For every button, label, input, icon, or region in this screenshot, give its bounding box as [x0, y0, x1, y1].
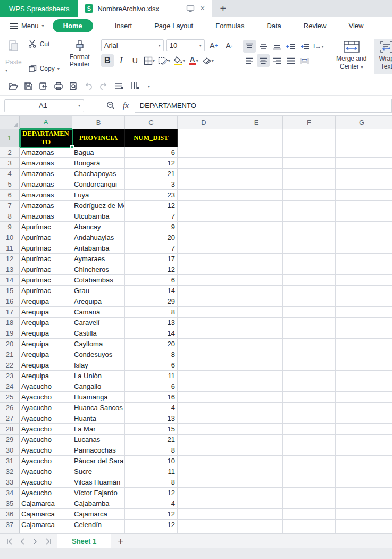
- cell-empty[interactable]: [230, 129, 283, 147]
- cell-empty[interactable]: [336, 179, 388, 190]
- cell-empty[interactable]: [178, 275, 230, 286]
- cell-empty[interactable]: [336, 158, 388, 169]
- cell-num-dist[interactable]: 21: [125, 169, 178, 179]
- cell-empty[interactable]: [283, 129, 336, 147]
- cell-num-dist[interactable]: 16: [125, 392, 178, 403]
- cell-empty[interactable]: [230, 520, 283, 530]
- cell-departamento[interactable]: Cajamarca: [20, 498, 72, 509]
- tab-review[interactable]: Review: [297, 22, 342, 30]
- cell-empty[interactable]: [283, 360, 336, 371]
- cell-provincia[interactable]: La Mar: [72, 424, 125, 435]
- cell-empty[interactable]: [336, 456, 388, 466]
- cell-empty[interactable]: [336, 169, 388, 179]
- cell-empty[interactable]: [336, 530, 388, 533]
- cell-provincia[interactable]: Islay: [72, 360, 125, 371]
- cell-provincia[interactable]: Abancay: [72, 222, 125, 232]
- format-painter-button[interactable]: Format Painter: [66, 38, 94, 74]
- bold-button[interactable]: B: [101, 54, 114, 67]
- cell-empty[interactable]: [336, 424, 388, 435]
- cell-empty[interactable]: [230, 413, 283, 424]
- cell-empty[interactable]: [336, 243, 388, 254]
- cell-empty[interactable]: [283, 296, 336, 307]
- eraser-dropdown-icon[interactable]: ▾: [212, 59, 214, 63]
- cell-empty[interactable]: [283, 424, 336, 435]
- cell-num-dist[interactable]: 6: [125, 147, 178, 158]
- cell-empty[interactable]: [178, 264, 230, 275]
- cell-empty[interactable]: [178, 232, 230, 243]
- align-center-button[interactable]: [257, 54, 270, 67]
- cell-empty[interactable]: [283, 243, 336, 254]
- distributed-button[interactable]: [298, 54, 311, 67]
- cell-empty[interactable]: [178, 243, 230, 254]
- next-sheet-button[interactable]: [31, 538, 39, 545]
- cell-empty[interactable]: [283, 179, 336, 190]
- cell-empty[interactable]: [230, 371, 283, 381]
- cell-departamento[interactable]: Ayacucho: [20, 435, 72, 445]
- font-name-select[interactable]: Arial▾: [101, 39, 164, 51]
- cell-empty[interactable]: [283, 286, 336, 296]
- prev-sheet-button[interactable]: [18, 538, 27, 545]
- cell-provincia[interactable]: Caylloma: [72, 339, 125, 349]
- undo-button[interactable]: [84, 82, 93, 90]
- cell-empty[interactable]: [283, 477, 336, 488]
- cell-departamento[interactable]: Cajamarca: [20, 509, 72, 520]
- row-header-33[interactable]: 33: [0, 477, 20, 488]
- close-tab-icon[interactable]: ×: [199, 4, 206, 13]
- cell-empty[interactable]: [336, 339, 388, 349]
- cell-empty[interactable]: [283, 445, 336, 456]
- align-middle-button[interactable]: [257, 40, 270, 53]
- cell-empty[interactable]: [336, 371, 388, 381]
- cell-empty[interactable]: [336, 307, 388, 318]
- cell-empty[interactable]: [230, 286, 283, 296]
- cell-num-dist[interactable]: 12: [125, 520, 178, 530]
- print-preview-button[interactable]: [69, 82, 78, 90]
- tab-data[interactable]: Data: [260, 22, 296, 30]
- open-button[interactable]: [8, 82, 18, 90]
- cell-empty[interactable]: [230, 498, 283, 509]
- row-header-8[interactable]: 8: [0, 211, 20, 222]
- cell-provincia[interactable]: Víctor Fajardo: [72, 488, 125, 498]
- row-header-4[interactable]: 4: [0, 169, 20, 179]
- cell-departamento[interactable]: Arequipa: [20, 349, 72, 360]
- cell-num-dist[interactable]: 12: [125, 201, 178, 211]
- cell-departamento[interactable]: Ayacucho: [20, 381, 72, 392]
- cell-empty[interactable]: [336, 286, 388, 296]
- row-header-2[interactable]: 2: [0, 147, 20, 158]
- cell-provincia[interactable]: Caravelí: [72, 318, 125, 328]
- cell-provincia[interactable]: Vilcas Huamán: [72, 477, 125, 488]
- borders-dropdown-icon[interactable]: ▾: [153, 59, 155, 63]
- cell-departamento[interactable]: Arequipa: [20, 360, 72, 371]
- cell-num-dist[interactable]: 20: [125, 339, 178, 349]
- cell-num-dist[interactable]: 4: [125, 403, 178, 413]
- cell-empty[interactable]: [283, 232, 336, 243]
- fill-color-button[interactable]: ▾: [172, 54, 186, 67]
- shrink-font-button[interactable]: A-: [223, 39, 236, 52]
- cell-empty[interactable]: [178, 488, 230, 498]
- decrease-indent-button[interactable]: [285, 40, 297, 53]
- italic-button[interactable]: I: [115, 54, 128, 67]
- cell-empty[interactable]: [178, 477, 230, 488]
- column-header-b[interactable]: B: [72, 116, 125, 129]
- grow-font-button[interactable]: A+: [207, 39, 220, 52]
- cell-empty[interactable]: [283, 254, 336, 264]
- cell-empty[interactable]: [230, 477, 283, 488]
- cell-departamento[interactable]: Amazonas: [20, 201, 72, 211]
- cell-departamento[interactable]: Apurímac: [20, 264, 72, 275]
- justify-button[interactable]: [285, 54, 297, 67]
- cell-empty[interactable]: [178, 392, 230, 403]
- cell-empty[interactable]: [336, 435, 388, 445]
- cell-num-dist[interactable]: 6: [125, 275, 178, 286]
- cell-empty[interactable]: [178, 445, 230, 456]
- cell-empty[interactable]: [336, 466, 388, 477]
- cell-empty[interactable]: [178, 498, 230, 509]
- cell-empty[interactable]: [336, 413, 388, 424]
- eraser-button[interactable]: ▾: [201, 54, 215, 67]
- cell-departamento[interactable]: Apurímac: [20, 243, 72, 254]
- delete-column-button[interactable]: [130, 82, 140, 90]
- print-button[interactable]: [54, 82, 63, 90]
- cell-empty[interactable]: [178, 318, 230, 328]
- row-header-12[interactable]: 12: [0, 254, 20, 264]
- cell-empty[interactable]: [178, 424, 230, 435]
- cell-departamento[interactable]: Cajamarca: [20, 520, 72, 530]
- cell-a1[interactable]: DEPARTAMENTO: [20, 129, 72, 147]
